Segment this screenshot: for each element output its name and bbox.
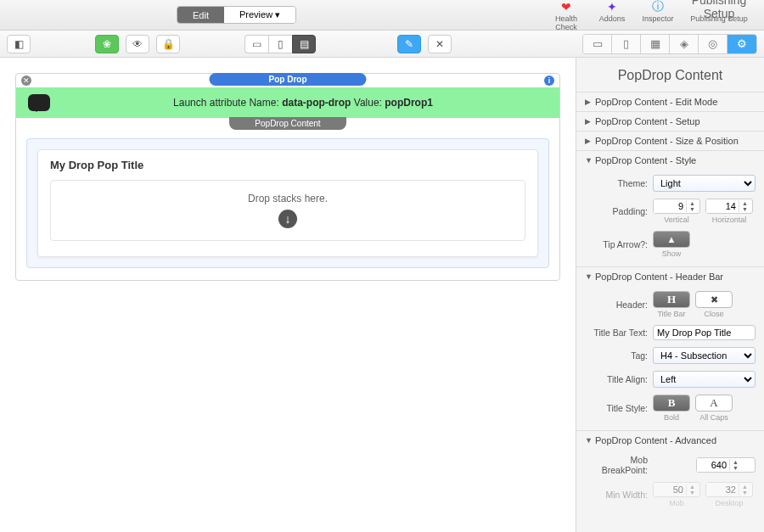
addons-button[interactable]: ✦ Addons <box>589 0 635 31</box>
launch-attribute-bar: Launch attribute Name: data-pop-drop Val… <box>16 87 559 118</box>
sidebar-title: PopDrop Content <box>576 58 764 92</box>
addons-icon: ✦ <box>589 0 635 14</box>
tag-select[interactable]: H4 - Subsection <box>653 347 756 364</box>
inspector-label: Inspector <box>635 14 681 23</box>
col2-button[interactable]: ▯ <box>268 35 292 53</box>
down-arrow-icon: ↓ <box>278 210 297 228</box>
health-check-label: Health Check <box>543 14 589 31</box>
tip-arrow-toggle[interactable]: ▲ <box>653 231 690 248</box>
theme-label: Theme: <box>585 178 648 188</box>
section-style[interactable]: ▼PopDrop Content - Style <box>576 151 764 170</box>
main: ✕ Pop Drop i Launch attribute Name: data… <box>0 58 764 532</box>
bold-toggle[interactable]: B <box>653 395 690 412</box>
title-align-select[interactable]: Left <box>653 371 756 388</box>
speech-bubble-icon <box>28 94 50 111</box>
visibility-button[interactable]: 👁 <box>126 35 149 53</box>
popdrop-stack[interactable]: ✕ Pop Drop i Launch attribute Name: data… <box>15 73 560 281</box>
triangle-down-icon: ▼ <box>585 272 592 281</box>
stacks-button[interactable]: ❀ <box>95 35 119 53</box>
padding-horizontal-stepper[interactable]: ▲▼ <box>705 199 753 214</box>
section-header-bar[interactable]: ▼PopDrop Content - Header Bar <box>576 267 764 286</box>
top-icons: ❤ Health Check ✦ Addons ⓘ Inspector Publ… <box>543 0 757 31</box>
title-style-label: Title Style: <box>585 403 648 413</box>
pencil-icon: ✎ <box>405 38 413 50</box>
inspector-tab-5[interactable]: ◎ <box>699 35 727 53</box>
triangle-down-icon: ▼ <box>585 156 592 165</box>
clear-button[interactable]: ✕ <box>428 35 452 53</box>
lock-icon: 🔒 <box>162 38 175 50</box>
health-check-button[interactable]: ❤ Health Check <box>543 0 589 31</box>
triangle-right-icon: ▶ <box>585 98 592 106</box>
inspector-tab-2[interactable]: ▯ <box>612 35 641 53</box>
min-width-mob-stepper[interactable]: ▲▼ <box>653 482 700 497</box>
drop-zone[interactable]: Drop stacks here. ↓ <box>50 180 525 241</box>
cube-icon: ◧ <box>14 38 24 50</box>
inner-pill: PopDrop Content <box>229 117 345 130</box>
title-bar-text-label: Title Bar Text: <box>585 328 648 338</box>
column-layout-group: ▭ ▯ ▤ <box>244 35 316 53</box>
theme-select[interactable]: Light <box>653 175 756 192</box>
publishing-setup-button[interactable]: Publishing Setup Publishing Setup <box>681 0 757 31</box>
triangle-down-icon: ▼ <box>585 436 592 445</box>
sidebar: PopDrop Content ▶PopDrop Content - Edit … <box>576 58 764 532</box>
mob-breakpoint-label: Mob BreakPoint: <box>585 455 648 475</box>
inspector-tab-6[interactable]: ⚙ <box>727 35 756 53</box>
triangle-right-icon: ▶ <box>585 117 592 126</box>
inspector-tab-1[interactable]: ▭ <box>583 35 612 53</box>
min-width-label: Min Width: <box>585 490 648 500</box>
mode-segment: Edit Preview ▾ <box>177 6 296 24</box>
section-edit-mode[interactable]: ▶PopDrop Content - Edit Mode <box>576 92 764 111</box>
titlebar: Edit Preview ▾ ❤ Health Check ✦ Addons ⓘ… <box>0 0 764 31</box>
close-toggle[interactable]: ✖ <box>695 291 733 308</box>
title-bar-text-input[interactable] <box>653 325 756 340</box>
inspector-tab-3[interactable]: ▦ <box>641 35 670 53</box>
card-title: My Drop Pop Title <box>50 159 525 171</box>
tag-label: Tag: <box>585 350 648 361</box>
x-icon: ✕ <box>435 38 444 50</box>
stack-title-pill: Pop Drop <box>210 73 367 86</box>
col1-button[interactable]: ▭ <box>244 35 268 53</box>
allcaps-toggle[interactable]: A <box>695 395 733 412</box>
stack-close-button[interactable]: ✕ <box>21 76 31 86</box>
edit-mode-button[interactable]: Edit <box>177 7 224 23</box>
section-size-position[interactable]: ▶PopDrop Content - Size & Position <box>576 132 764 150</box>
heart-icon: ❤ <box>543 0 589 14</box>
header-label: Header: <box>585 300 648 310</box>
triangle-right-icon: ▶ <box>585 137 592 145</box>
padding-vertical-stepper[interactable]: ▲▼ <box>653 199 700 214</box>
padding-label: Padding: <box>585 206 648 216</box>
preview-mode-button[interactable]: Preview ▾ <box>224 7 295 23</box>
section-advanced[interactable]: ▼PopDrop Content - Advanced <box>576 431 764 450</box>
min-width-desktop-stepper[interactable]: ▲▼ <box>705 482 753 497</box>
edit-pencil-button[interactable]: ✎ <box>397 35 421 53</box>
canvas[interactable]: ✕ Pop Drop i Launch attribute Name: data… <box>0 58 576 532</box>
mob-breakpoint-stepper[interactable]: ▲▼ <box>696 457 756 473</box>
content-stack[interactable]: My Drop Pop Title Drop stacks here. ↓ <box>26 138 549 268</box>
section-setup[interactable]: ▶PopDrop Content - Setup <box>576 112 764 131</box>
lock-button[interactable]: 🔒 <box>156 35 180 53</box>
title-align-label: Title Align: <box>585 374 648 384</box>
eye-icon: 👁 <box>132 38 143 50</box>
stacks-icon: ❀ <box>103 38 111 50</box>
addons-label: Addons <box>589 14 635 23</box>
publishing-setup-label: Publishing Setup <box>681 14 757 23</box>
drop-zone-text: Drop stacks here. <box>63 193 513 204</box>
gear-icon: Publishing Setup <box>681 0 757 14</box>
stack-info-button[interactable]: i <box>544 76 554 86</box>
toolbar: ◧ ❀ 👁 🔒 ▭ ▯ ▤ ✎ ✕ ▭ ▯ ▦ ◈ ◎ ⚙ <box>0 31 764 58</box>
info-icon: ⓘ <box>635 0 681 14</box>
popdrop-card: My Drop Pop Title Drop stacks here. ↓ <box>37 149 538 257</box>
launch-attribute-text: Launch attribute Name: data-pop-drop Val… <box>59 97 548 109</box>
inspector-button[interactable]: ⓘ Inspector <box>635 0 681 31</box>
col3-button[interactable]: ▤ <box>292 35 316 53</box>
library-button[interactable]: ◧ <box>7 35 31 53</box>
inspector-tabs: ▭ ▯ ▦ ◈ ◎ ⚙ <box>582 34 757 54</box>
inspector-tab-4[interactable]: ◈ <box>670 35 699 53</box>
tip-arrow-label: Tip Arrow?: <box>585 239 648 249</box>
titlebar-toggle[interactable]: H <box>653 291 690 308</box>
